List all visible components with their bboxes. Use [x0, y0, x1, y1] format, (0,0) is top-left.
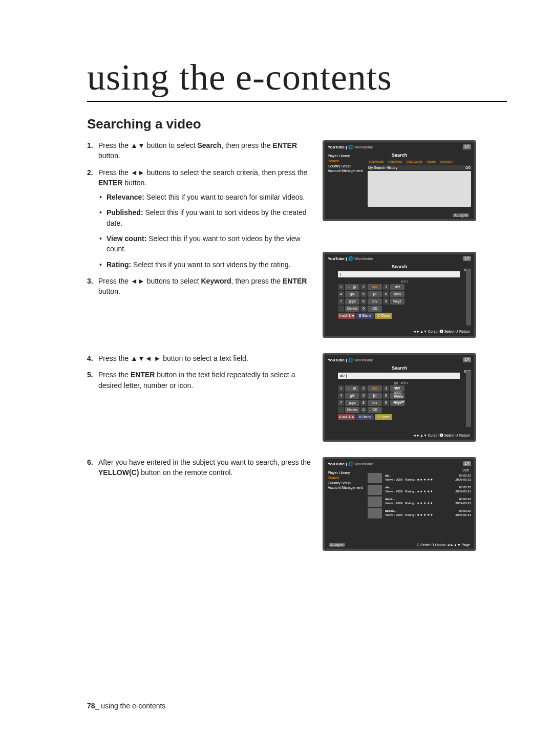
instruction-block-3: 6. After you have entered in the subject… — [87, 457, 323, 484]
screenshot-search-tabs: YouTube | 🌐 Worldwide1/7 Player Library … — [323, 140, 476, 221]
key-done[interactable]: C Done — [375, 313, 392, 319]
step-4: 4. Press the ▲▼◄ ► button to select a te… — [87, 353, 312, 363]
bullet-rating: Rating: Select this if you want to sort … — [98, 260, 312, 270]
screenshot-keyboard-empty: YouTube | 🌐 Worldwide1/7 Search 0/25 | a… — [323, 252, 476, 338]
tab-published[interactable]: Published — [387, 160, 403, 164]
key-shift[interactable]: A a/A/1/★ — [338, 313, 355, 319]
side-item-country-setup[interactable]: Country Setup — [328, 164, 363, 169]
side-item-search[interactable]: Search — [328, 159, 363, 164]
manual-page: using the e-contents Searching a video 1… — [0, 0, 553, 756]
instruction-block-1: 1. Press the ▲▼ button to select Search,… — [87, 140, 323, 303]
bullet-published: Published: Select this if you want to so… — [98, 207, 312, 228]
search-input[interactable]: ab | — [338, 373, 460, 379]
side-item-player-library[interactable]: Player Library — [328, 154, 363, 159]
tab-keyword[interactable]: Keyword — [439, 160, 454, 164]
scroll-bar[interactable] — [466, 371, 471, 427]
bullet-viewcount: View count: Select this if you want to s… — [98, 233, 312, 254]
scroll-bar[interactable] — [466, 269, 471, 326]
result-row[interactable]: abcd...Views : 2009 Rating : ★ ★ ★ ★ ★00… — [368, 496, 471, 507]
page-footer: 78_ using the e-contents — [87, 702, 165, 710]
search-input[interactable]: | — [338, 271, 460, 277]
step-6: 6. After you have entered in the subject… — [87, 457, 312, 478]
key-blank[interactable]: B Blank — [356, 313, 374, 319]
result-row[interactable]: abcde...Views : 2009 Rating : ★ ★ ★ ★ ★0… — [368, 508, 471, 519]
tab-relevance[interactable]: Relevance — [368, 160, 385, 164]
section-subhead: Searching a video — [87, 116, 507, 132]
login-button[interactable]: A Log In — [453, 213, 469, 217]
search-history-box — [368, 171, 471, 207]
result-row[interactable]: ab...Views : 2009 Rating : ★ ★ ★ ★ ★00:0… — [368, 473, 471, 483]
thumbnail — [368, 473, 382, 483]
step-1: 1. Press the ▲▼ button to select Search,… — [87, 140, 312, 161]
instruction-block-2: 4. Press the ▲▼◄ ► button to select a te… — [87, 353, 323, 397]
page-main-title: using the e-contents — [87, 56, 507, 102]
step-5: 5. Press the ENTER button in the text fi… — [87, 370, 312, 391]
tab-viewcount[interactable]: View Count — [405, 160, 424, 164]
step-2: 2. Press the ◄► buttons to select the se… — [87, 167, 312, 270]
login-button[interactable]: A Log In — [329, 543, 345, 547]
result-row[interactable]: abc...Views : 2009 Rating : ★ ★ ★ ★ ★00:… — [368, 485, 471, 495]
key-1[interactable]: 1 — [338, 284, 344, 290]
screenshot-keyboard-typed: YouTube | 🌐 Worldwide1/7 Search 0/25 ab … — [323, 353, 476, 442]
step-3: 3. Press the ◄► buttons to select Keywor… — [87, 276, 312, 297]
tab-rating[interactable]: Rating — [425, 160, 437, 164]
screenshot-results: YouTube | 🌐 Worldwide1/7 Player Library … — [323, 457, 476, 551]
suggestion-list[interactable]: ab abc abcd abcde abcdef — [394, 381, 405, 404]
side-item-account-mgmt[interactable]: Account Management — [328, 168, 363, 174]
key-backspace-icon[interactable]: ⌫ — [368, 306, 382, 312]
bullet-relevance: Relevance: Select this if you want to se… — [98, 192, 312, 202]
key-delete[interactable]: Delete — [345, 306, 359, 312]
